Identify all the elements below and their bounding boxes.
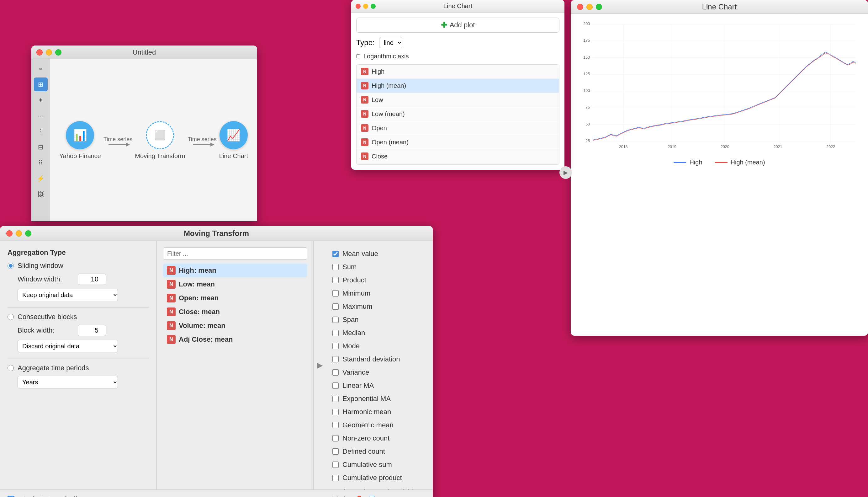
- apply-auto-checkbox[interactable]: [8, 496, 14, 497]
- var-high[interactable]: N High: [356, 65, 559, 79]
- agg-cumulative-product[interactable]: Cumulative product: [333, 471, 426, 484]
- agg-defined-count-checkbox[interactable]: [333, 449, 339, 455]
- table-icon[interactable]: ⊞: [34, 77, 48, 91]
- agg-linear-ma-checkbox[interactable]: [333, 382, 339, 389]
- linechart-minimize[interactable]: [586, 4, 593, 10]
- agg-maximum[interactable]: Maximum: [333, 300, 426, 313]
- help-icon[interactable]: ❓: [355, 496, 363, 497]
- agg-minimum-checkbox[interactable]: [333, 290, 339, 297]
- agg-product-checkbox[interactable]: [333, 277, 339, 283]
- grid-icon[interactable]: ⊟: [34, 140, 48, 154]
- var-high-mean[interactable]: N High (mean): [356, 79, 559, 93]
- type-row: Type: line: [356, 37, 559, 48]
- maximize-button-moving[interactable]: [25, 230, 31, 237]
- window-width-input[interactable]: [78, 274, 106, 285]
- dots-icon[interactable]: ⠿: [34, 156, 48, 170]
- linechart-node[interactable]: 📈 Line Chart: [219, 121, 248, 160]
- linechart-close[interactable]: [577, 4, 583, 10]
- agg-cumulative-sum[interactable]: Cumulative sum: [333, 458, 426, 471]
- agg-variance-checkbox[interactable]: [333, 369, 339, 375]
- popup-close[interactable]: [356, 4, 361, 9]
- data-item-low-mean[interactable]: N Low: mean: [163, 278, 307, 291]
- agg-exp-ma-checkbox[interactable]: [333, 396, 339, 402]
- agg-cumulative-sum-checkbox[interactable]: [333, 462, 339, 468]
- agg-sum-checkbox[interactable]: [333, 264, 339, 270]
- block-width-input[interactable]: [78, 325, 106, 336]
- data-item-high-mean[interactable]: N High: mean: [163, 264, 307, 278]
- agg-span[interactable]: Span: [333, 313, 426, 326]
- filter-input[interactable]: [163, 247, 307, 260]
- agg-median-checkbox[interactable]: [333, 330, 339, 336]
- data-item-close-mean-label: Close: mean: [179, 308, 220, 316]
- agg-maximum-checkbox[interactable]: [333, 303, 339, 310]
- info-icon[interactable]: 📄: [368, 496, 376, 497]
- data-item-open-mean[interactable]: N Open: mean: [163, 291, 307, 305]
- agg-geometric-mean-checkbox[interactable]: [333, 422, 339, 428]
- sidebar-icons: ⌨ ⊞ ✦ ⋯ ⋮ ⊟ ⠿ ⚡ 🖼: [31, 59, 50, 221]
- data-item-open-mean-label: Open: mean: [179, 294, 219, 302]
- agg-minimum-label: Minimum: [342, 289, 370, 297]
- years-dropdown[interactable]: Years: [17, 376, 118, 388]
- data-item-adjclose-mean[interactable]: N Adj Close: mean: [163, 332, 307, 346]
- var-open-mean[interactable]: N Open (mean): [356, 135, 559, 150]
- log-axis-checkbox[interactable]: [356, 54, 360, 58]
- agg-mean-value-checkbox[interactable]: [333, 251, 339, 257]
- scatter-icon[interactable]: ⋯: [34, 109, 48, 123]
- hierarchy-icon[interactable]: ⋮: [34, 125, 48, 138]
- yahoo-finance-node[interactable]: 📊 Yahoo Finance: [59, 121, 101, 160]
- close-button-untitled[interactable]: [36, 49, 43, 56]
- agg-std-dev[interactable]: Standard deviation: [333, 353, 426, 366]
- image-icon[interactable]: 🖼: [34, 187, 48, 201]
- agg-mode-checkbox[interactable]: [333, 343, 339, 349]
- close-button-moving[interactable]: [6, 230, 13, 237]
- agg-exp-ma[interactable]: Exponential MA: [333, 392, 426, 406]
- run-icon[interactable]: ⚡: [34, 172, 48, 185]
- agg-linear-ma[interactable]: Linear MA: [333, 379, 426, 392]
- agg-harmonic-mean[interactable]: Harmonic mean: [333, 406, 426, 418]
- agg-defined-count[interactable]: Defined count: [333, 445, 426, 458]
- transform-icon[interactable]: ✦: [34, 93, 48, 107]
- var-high-label: High: [372, 68, 384, 75]
- agg-nonzero-count-checkbox[interactable]: [333, 435, 339, 441]
- agg-sum[interactable]: Sum: [333, 260, 426, 274]
- maximize-button-untitled[interactable]: [55, 49, 61, 56]
- var-low[interactable]: N Low: [356, 93, 559, 107]
- consecutive-radio[interactable]: [8, 314, 14, 320]
- minimize-button-moving[interactable]: [16, 230, 22, 237]
- agg-variance[interactable]: Variance: [333, 366, 426, 379]
- var-close-mean[interactable]: N Close (mean): [356, 164, 559, 165]
- agg-mode[interactable]: Mode: [333, 340, 426, 353]
- agg-cumulative-product-checkbox[interactable]: [333, 475, 339, 481]
- agg-nonzero-count[interactable]: Non-zero count: [333, 432, 426, 445]
- var-open[interactable]: N Open: [356, 121, 559, 135]
- add-plot-button[interactable]: ✚ Add plot: [356, 17, 559, 33]
- type-select[interactable]: line: [379, 37, 402, 48]
- sliding-window-radio-row: Sliding window: [8, 262, 149, 270]
- data-item-volume-mean[interactable]: N Volume: mean: [163, 319, 307, 332]
- agg-span-checkbox[interactable]: [333, 316, 339, 323]
- sliding-window-radio[interactable]: [8, 262, 14, 269]
- keep-original-dropdown[interactable]: Keep original data: [17, 289, 118, 301]
- agg-mean-value[interactable]: Mean value: [333, 247, 426, 260]
- agg-minimum[interactable]: Minimum: [333, 287, 426, 300]
- agg-geometric-mean[interactable]: Geometric mean: [333, 418, 426, 432]
- popup-minimize[interactable]: [363, 4, 368, 9]
- popup-maximize[interactable]: [371, 4, 376, 9]
- var-low-mean[interactable]: N Low (mean): [356, 107, 559, 121]
- agg-variance-label: Variance: [342, 368, 369, 377]
- minimize-button-untitled[interactable]: [46, 49, 52, 56]
- aggregate-radio[interactable]: [8, 365, 14, 371]
- terminal-icon[interactable]: ⌨: [34, 62, 48, 76]
- expand-arrow[interactable]: ▶: [559, 166, 572, 179]
- agg-harmonic-mean-checkbox[interactable]: [333, 409, 339, 415]
- discard-dropdown[interactable]: Discard original data: [17, 340, 118, 352]
- var-close[interactable]: N Close: [356, 150, 559, 164]
- middle-arrow[interactable]: ▶: [313, 241, 326, 489]
- linechart-maximize[interactable]: [596, 4, 602, 10]
- agg-median[interactable]: Median: [333, 326, 426, 340]
- svg-text:2019: 2019: [667, 145, 676, 149]
- agg-std-dev-checkbox[interactable]: [333, 356, 339, 363]
- agg-product[interactable]: Product: [333, 274, 426, 287]
- data-item-close-mean[interactable]: N Close: mean: [163, 305, 307, 319]
- moving-transform-node[interactable]: ⬜ Moving Transform: [135, 121, 185, 160]
